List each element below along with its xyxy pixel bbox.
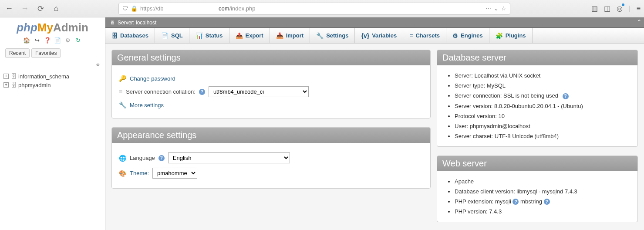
help-icon[interactable]: ?	[544, 199, 550, 205]
tab-label: Databases	[120, 32, 148, 39]
home-button[interactable]: ⌂	[51, 3, 62, 14]
tab-databases[interactable]: 🗄Databases	[105, 28, 155, 43]
status-icon: 📊	[196, 32, 203, 39]
info-item: PHP version: 7.4.3	[455, 206, 631, 216]
change-password-link[interactable]: Change password	[130, 75, 175, 82]
collapse-panel-icon[interactable]: ⌃	[637, 19, 641, 25]
tab-variables[interactable]: {v}Variables	[355, 28, 403, 43]
sidebar-quick-icons: 🏠 ↪ ❓ 📄 ⚙ ↻	[0, 37, 105, 44]
tab-import[interactable]: 📥Import	[270, 28, 310, 43]
tab-status[interactable]: 📊Status	[189, 28, 229, 43]
password-icon: 🔑	[119, 75, 126, 82]
tab-label: Charsets	[415, 32, 440, 39]
info-item: Server charset: UTF-8 Unicode (utf8mb4)	[455, 131, 631, 141]
theme-select[interactable]: pmahomme	[152, 168, 197, 179]
panel-title: Database server	[437, 50, 637, 65]
panel-title: General settings	[112, 50, 430, 65]
reload-nav-icon[interactable]: ↻	[75, 37, 82, 44]
server-icon: 🖥	[110, 20, 115, 26]
tab-label: Engines	[461, 32, 483, 39]
tab-favorites[interactable]: Favorites	[31, 48, 61, 58]
collation-label: Server connection collation:	[126, 88, 196, 95]
menu-icon[interactable]: ≡	[637, 5, 641, 13]
bookmark-star-icon[interactable]: ☆	[501, 5, 506, 12]
info-item: User: phpmyadmin@localhost	[455, 121, 631, 131]
settings-icon[interactable]: ⚙	[64, 37, 71, 44]
pocket-icon[interactable]: ⌄	[494, 5, 499, 12]
help-icon[interactable]: ?	[199, 89, 205, 95]
server-breadcrumb[interactable]: 🖥 Server: localhost ⌃	[105, 17, 644, 28]
database-icon: 🗄	[10, 73, 17, 80]
tab-export[interactable]: 📤Export	[229, 28, 270, 43]
theme-label[interactable]: Theme:	[130, 170, 149, 176]
sql-icon[interactable]: 📄	[54, 37, 61, 44]
phpmyadmin-logo[interactable]: phpMyAdmin	[0, 21, 105, 34]
tree-item-label: phpmyadmin	[18, 82, 51, 88]
sql-icon: 📄	[161, 32, 169, 39]
tree-item-label: information_schema	[18, 73, 69, 80]
info-item: Server: Localhost via UNIX socket	[455, 71, 631, 81]
home-icon[interactable]: 🏠	[23, 37, 30, 44]
tab-sql[interactable]: 📄SQL	[155, 28, 189, 43]
info-item: Database client version: libmysql - mysq…	[455, 186, 631, 196]
expand-icon[interactable]: +	[3, 74, 9, 79]
collation-select[interactable]: utf8mb4_unicode_ci	[209, 86, 309, 97]
address-bar[interactable]: 🛡 🔒 https://db com/index.php ⋯ ⌄ ☆	[118, 3, 510, 15]
info-item: Protocol version: 10	[455, 111, 631, 121]
reload-button[interactable]: ⟳	[35, 3, 46, 14]
server-label: Server: localhost	[118, 20, 156, 26]
tree-item[interactable]: + 🗄 phpmyadmin	[3, 81, 101, 89]
import-icon: 📥	[276, 32, 283, 39]
panel-title: Web server	[437, 156, 637, 171]
lock-icon: 🔒	[131, 5, 138, 12]
theme-icon: 🎨	[119, 170, 126, 177]
tab-engines[interactable]: ⚙Engines	[446, 28, 489, 43]
browser-toolbar: ← → ⟳ ⌂ 🛡 🔒 https://db com/index.php ⋯ ⌄…	[0, 0, 644, 17]
page-actions-icon[interactable]: ⋯	[486, 5, 491, 12]
engines-icon: ⚙	[452, 32, 458, 39]
help-icon[interactable]: ?	[158, 155, 165, 161]
settings-icon: 🔧	[316, 32, 324, 39]
help-icon[interactable]: ?	[563, 93, 569, 99]
sidebar: phpMyAdmin 🏠 ↪ ❓ 📄 ⚙ ↻ Recent Favorites …	[0, 17, 105, 230]
info-item: Apache	[455, 176, 631, 186]
tab-charsets[interactable]: ≡Charsets	[403, 28, 446, 43]
shield-icon: 🛡	[122, 5, 128, 12]
forward-button[interactable]: →	[19, 3, 30, 14]
back-button[interactable]: ←	[3, 3, 15, 14]
info-item: Server connection: SSL is not being used…	[455, 91, 631, 101]
panel-title: Appearance settings	[112, 128, 430, 143]
link-icon[interactable]: ⚭	[0, 60, 105, 70]
tab-settings[interactable]: 🔧Settings	[310, 28, 355, 43]
tab-label: Variables	[372, 32, 397, 39]
main-tabs: 🗄Databases📄SQL📊Status📤Export📥Import🔧Sett…	[105, 28, 644, 44]
info-item: Server type: MySQL	[455, 81, 631, 91]
language-label: Language	[130, 155, 155, 161]
charsets-icon: ≡	[409, 32, 413, 39]
collation-icon: ≡	[119, 88, 122, 95]
tab-plugins[interactable]: 🧩Plugins	[489, 28, 533, 43]
help-icon[interactable]: ?	[513, 199, 519, 205]
tab-recent[interactable]: Recent	[5, 48, 30, 58]
databases-icon: 🗄	[111, 32, 118, 39]
more-settings-link[interactable]: More settings	[130, 102, 164, 108]
general-settings-panel: General settings 🔑 Change password ≡ Ser…	[111, 50, 431, 118]
tree-item[interactable]: + 🗄 information_schema	[3, 72, 101, 81]
tab-label: Status	[206, 32, 223, 39]
database-icon: 🗄	[10, 81, 17, 88]
info-item: PHP extension: mysqli ? mbstring ?	[455, 196, 631, 207]
account-icon[interactable]: ◎	[617, 4, 623, 13]
tab-label: Import	[286, 32, 303, 39]
logout-icon[interactable]: ↪	[34, 37, 40, 44]
appearance-settings-panel: Appearance settings 🌐 Language ? English…	[111, 127, 431, 189]
divider: |	[629, 5, 631, 13]
expand-icon[interactable]: +	[3, 82, 9, 88]
export-icon: 📤	[236, 32, 243, 39]
tab-label: Export	[246, 32, 263, 39]
language-select[interactable]: English	[168, 152, 290, 163]
docs-icon[interactable]: ❓	[44, 37, 51, 44]
database-server-panel: Database server Server: Localhost via UN…	[437, 50, 638, 147]
library-icon[interactable]: ▥	[591, 4, 598, 13]
language-icon: 🌐	[119, 155, 126, 162]
sidebar-icon[interactable]: ◫	[604, 4, 610, 13]
